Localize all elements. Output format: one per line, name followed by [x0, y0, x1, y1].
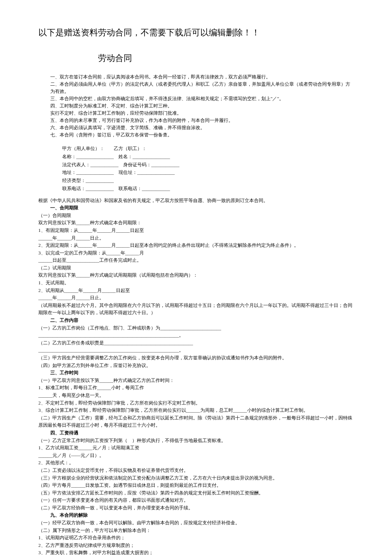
- s9-line: （二）属下列情形之一的，甲方可以单方解除本合同：: [38, 527, 354, 535]
- party-a-label: 甲方（用人单位）：: [62, 146, 104, 151]
- party-a-rep: 法定代表人：____________: [62, 162, 118, 167]
- preamble: 根据《中华人民共和国劳动法》和国家及省的有关规定，甲乙双方按照平等自愿、协商一致…: [38, 197, 354, 205]
- s1-line: 2、试用期从______年______月______日起至: [38, 287, 354, 295]
- intro-notes: 一、双方在签订本合同前，应认真阅读本合同书。本合同一经签订，即具有法律效力，双方…: [50, 73, 354, 139]
- s4-line: ______元／月（——元／日）。: [38, 452, 354, 460]
- s1-sub2: （二）试用期限: [38, 264, 354, 272]
- s4-line: 2、其他形式：。: [38, 459, 354, 467]
- s1-line: ______日起至______________工作任务完成时止。: [38, 257, 354, 264]
- s4-line: （二）甲乙双方经协商一致，可以变更本合同，并办理变更本合同的手续。: [38, 504, 354, 512]
- s2-line: （一）乙方的工作岗位（工作地点、部门、工种或职务）为______________…: [38, 324, 354, 332]
- s9-line: （一）经甲乙双方协商一致，本合同可以解除。由甲方解除本合同的，应按规定支付经济补…: [38, 519, 354, 527]
- s3-line: （一）甲乙双方同意按以下第______种方式确定乙方的工作时间：: [38, 377, 354, 384]
- s4-line: （一）任何一方要求变更本合同的有关内容，都应以书面形式通知对方。: [38, 497, 354, 504]
- intro-item: 六、本合同必须认真填写，字迹清楚、文字简练、准确，并不得擅自涂改。: [50, 124, 354, 131]
- s1-line: 1、无试用期。: [38, 279, 354, 287]
- s1-line: ______年______月______日止。: [38, 294, 354, 302]
- intro-item: 七、本合同（含附件）签订后，甲乙双方各保管一份备查。: [50, 131, 354, 139]
- party-a-name: 名称：________________: [62, 154, 114, 159]
- s1-sub1: （一）合同期限: [38, 212, 354, 220]
- document-main-title: 劳动合同: [98, 51, 354, 65]
- s3-line: 2、不定时工作制，即经劳动保障部门审批，乙方所在岗位实行不定时工作制。: [38, 399, 354, 407]
- s2-line: （四）如甲方派乙方到外单位工作，应签订补充协议。: [38, 362, 354, 370]
- s1-line: 3、以完成一定的工作为期限：从______年______月: [38, 249, 354, 257]
- s4-line: （二）工资必须以法定货币支付，不得以实物及有价证券替代货币支付。: [38, 467, 354, 474]
- s4-line: （四）甲方每月______日发放工资。如遇节假日或休息日，则提前到最近的工作日支…: [38, 482, 354, 489]
- s2-line: （三）甲方因生产经营需要调整乙方的工作岗位，按变更本合同办理，双方签章确认的协议…: [38, 354, 354, 362]
- s4-line: （五）甲方依法安排乙方延长工作时间的，应按《劳动法》第四十四条的规定支付延长工作…: [38, 489, 354, 497]
- party-a-addr: 地址：________________: [62, 170, 114, 175]
- party-b-phone: 联系电话：____________: [118, 186, 170, 191]
- intro-item: 一、双方在签订本合同前，应认真阅读本合同书。本合同一经签订，即具有法律效力，双方…: [50, 73, 354, 81]
- party-b-addr: 现住址：________________: [118, 170, 175, 175]
- s3-line: 1、标准工时制，即每日工作______小时，每周工作: [38, 384, 354, 392]
- s9-item: 1、试用期内证明乙方不符合录用条件的；: [38, 534, 354, 542]
- s3-line: 3、综合计算工时工作制，即经劳动保障部门审批，乙方所在岗位实行以______为周…: [38, 407, 354, 414]
- intro-item: 四、工时制度分为标准工时、不定时、综合计算工时三种。: [50, 102, 354, 110]
- s1-line: 双方同意按以下第______种方式确定试用期期限（试用期包括在合同期内）：: [38, 272, 354, 279]
- party-a-econ: 经济类型：____________: [62, 178, 114, 183]
- s1-line: 1、有固定期限：从______年______月______日起至: [38, 227, 354, 234]
- s1-note: （试用期最长不超过六个月。其中合同期限在六个月以下的，试用期不得超过十五日；合同…: [38, 302, 354, 317]
- party-b-name: 姓名：________________: [118, 154, 170, 159]
- party-a-phone: 联系电话：____________: [62, 186, 114, 191]
- s2-line: ________________________________________…: [38, 347, 354, 354]
- party-info-block: 甲方（用人单位）： 乙方（职工）： 名称：________________ 姓名…: [62, 145, 354, 192]
- s4-line: （一）乙方正常工作时间的工资按下列第（ ）种形式执行，不得低于当地最低工资标准。: [38, 437, 354, 445]
- section-2-head: 二、工作内容: [50, 317, 354, 324]
- bonus-material-notice: 以下是赠送资料劳动合同，不需要下载后可以编辑删除！！: [38, 26, 354, 39]
- s2-line: ________________________________________…: [38, 332, 354, 339]
- s9-item: 2、乙方严重违反劳动纪律或甲方规章制度的；: [38, 542, 354, 549]
- s3-line: ______天，每周至少休息一天。: [38, 392, 354, 399]
- party-b-label: 乙方（职工）：: [114, 146, 147, 151]
- s3-line: （二）甲方因生产（工作）需要，经与工会和乙方协商后可以延长工作时间。除《劳动法》…: [38, 414, 354, 429]
- intro-item: 实行不定时、综合计算工时工作制的，应经劳动保障部门批准。: [50, 110, 354, 117]
- intro-item: 二、本合同必须由用人单位（甲方）的法定代表人（或者委托代理人）和职工（乙方）亲自…: [50, 81, 354, 95]
- s1-line: ______年______月______日止。: [38, 234, 354, 242]
- s1-line: 2、无固定期限：从______年______月______日起至本合同约定的终止…: [38, 242, 354, 249]
- section-9-head: 九、本合同的解除: [50, 512, 354, 519]
- section-1-head: 一、合同期限: [50, 204, 354, 212]
- s4-line: （三）甲方根据企业的经营状况和依法制定的工资分配办法调整乙方工资，乙方在六十日内…: [38, 474, 354, 482]
- section-3-head: 三、工作时间: [50, 369, 354, 377]
- s1-line: 双方同意按以下第______种方式确定本合同期限：: [38, 219, 354, 227]
- party-b-id: 身份证号码：____________: [123, 162, 179, 167]
- intro-item: 五、本合同的未尽事宜，可另行签订补充协议，作为本合同的附件，与本合同一并履行。: [50, 117, 354, 124]
- section-4-head: 四、工资待遇: [50, 429, 354, 437]
- intro-item: 三、本合同中的空栏，由双方协商确定后填写，并不得违反法律、法规和相关规定；不需填…: [50, 95, 354, 102]
- s4-line: 1、乙方试用期工资______元／月；试用期满工资: [38, 444, 354, 452]
- s9-item: 3、严重失职，营私舞弊，对甲方利益造成重大损害的；: [38, 549, 354, 555]
- s2-line: （二）乙方的工作任务或职责是__________________________…: [38, 339, 354, 347]
